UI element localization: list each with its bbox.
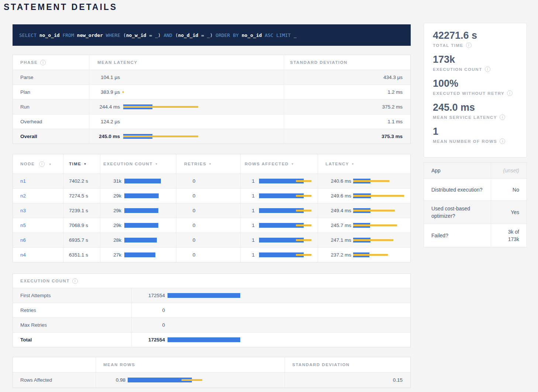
attribute-row-app: App (unset): [424, 163, 527, 178]
exec-row-label: First Attempts: [13, 293, 131, 298]
std-dev-tick: [123, 91, 124, 93]
table-row: Rows Affected 0.98 0.15: [13, 372, 410, 388]
latency-bar: [353, 193, 410, 198]
node-table-row: n17402.2 s31k01240.6 ms: [13, 173, 410, 188]
mean-rows-bar: [128, 378, 284, 382]
node-link[interactable]: n2: [20, 193, 26, 199]
mean-latency-value: 124.2 µs: [89, 119, 120, 124]
attribute-value: Yes: [491, 201, 527, 224]
node-link[interactable]: n5: [20, 223, 26, 228]
attribute-value: No: [491, 179, 527, 200]
rows-affected-bar: [259, 238, 318, 243]
table-row: Max Retries 0: [13, 317, 410, 332]
phase-label: Run: [13, 104, 89, 110]
node-time-value: 6351.1 s: [63, 248, 100, 262]
attribute-row-optimizer: Used cost-based optimizer? Yes: [424, 200, 527, 224]
node-latency-value: 247.1 ms: [318, 237, 351, 243]
std-dev-bar: [353, 180, 389, 182]
info-icon[interactable]: i: [485, 66, 490, 72]
node-latency-value: 240.6 ms: [318, 178, 351, 184]
exec-row-value: 172554: [132, 293, 165, 298]
table-row: Parse 104.1 µs 434.3 µs: [13, 70, 410, 85]
retries-header-label: RETRIES: [184, 162, 206, 166]
node-time-value: 7239.1 s: [63, 203, 100, 218]
statement-attributes-card: App (unset) Distributed execution? No Us…: [424, 162, 527, 247]
std-dev-value: 434.3 µs: [284, 70, 410, 85]
attribute-label: Distributed execution?: [424, 179, 491, 200]
attribute-label: App: [424, 163, 491, 178]
latency-bar: [353, 238, 410, 243]
count-bar: [168, 293, 410, 298]
mean-latency-column-header: MEAN LATENCY: [89, 55, 284, 70]
exec-count-bar: [124, 179, 176, 183]
sql-identifier: no_d_id: [178, 32, 199, 38]
sql-keyword: ASC LIMIT: [265, 32, 290, 38]
sql-text: [262, 32, 265, 38]
rows-affected-table: MEAN ROWS STANDARD DEVIATION Rows Affect…: [13, 357, 411, 388]
exec-count-column-header[interactable]: EXECUTION COUNT ▼: [100, 154, 176, 173]
stat-value: 173k: [433, 53, 518, 66]
node-column-header[interactable]: NODE i ▼: [13, 161, 63, 167]
mean-latency-value: 244.4 ms: [89, 104, 120, 110]
node-rows-affected-value: 1: [241, 208, 255, 213]
count-bar-fill: [124, 193, 159, 198]
sql-keyword: AND: [163, 32, 172, 38]
statement-details-page: STATEMENT DETAILS SELECT no_o_id FROM ne…: [0, 0, 538, 392]
exec-row-value: 172554: [132, 337, 165, 343]
sql-statement: SELECT no_o_id FROM new_order WHERE (no_…: [13, 24, 411, 46]
stat-label: EXECUTION COUNT: [433, 67, 482, 72]
node-table-header: NODE i ▼ TIME ▼ EXECUTION COUNT ▼ RETRIE…: [13, 154, 410, 173]
node-link[interactable]: n3: [20, 208, 26, 213]
node-link[interactable]: n4: [20, 252, 26, 258]
node-retries-value: 0: [176, 174, 240, 188]
rows-affected-column-header[interactable]: ROWS AFFECTED ▼: [240, 154, 318, 173]
sql-identifier: new_order: [77, 32, 103, 38]
rows-affected-bar: [259, 179, 318, 183]
exec-row-label: Retries: [13, 307, 131, 313]
rows-affected-header-label: ROWS AFFECTED: [245, 162, 289, 166]
stat-label: EXECUTED WITHOUT RETRY: [433, 91, 504, 96]
phase-label: Overall: [13, 134, 89, 139]
info-icon[interactable]: i: [466, 42, 472, 48]
node-link[interactable]: n1: [20, 178, 26, 184]
node-table-row: n46351.1 s27k01237.2 ms: [13, 247, 410, 262]
info-icon[interactable]: i: [507, 90, 513, 96]
info-icon[interactable]: i: [39, 161, 45, 167]
sort-arrow-icon: ▼: [49, 163, 52, 166]
latency-column-header[interactable]: LATENCY ▼: [318, 154, 410, 173]
exec-row-label: Total: [13, 337, 131, 343]
node-retries-value: 0: [176, 248, 240, 262]
exec-count-bar: [124, 252, 176, 257]
attribute-label: Used cost-based optimizer?: [424, 201, 491, 224]
node-exec-count-value: 29k: [100, 223, 121, 228]
node-rows-affected-value: 1: [241, 252, 255, 258]
node-link[interactable]: n6: [20, 237, 26, 243]
sql-identifier: no_w_id: [126, 32, 146, 38]
latency-bar: [123, 134, 284, 139]
std-dev-value: 1.1 ms: [284, 114, 410, 129]
info-icon[interactable]: i: [500, 138, 505, 144]
main-content: SELECT no_o_id FROM new_order WHERE (no_…: [13, 24, 411, 388]
mean-latency-value: 104.1 µs: [89, 75, 120, 80]
time-column-header[interactable]: TIME ▼: [63, 154, 100, 173]
node-retries-value: 0: [176, 233, 240, 247]
execution-count-table: EXECUTION COUNT i First Attempts 172554 …: [13, 274, 411, 347]
rows-affected-label: Rows Affected: [13, 377, 96, 383]
latency-bar: [123, 104, 284, 109]
sql-text: _: [291, 32, 297, 38]
std-dev-value: 375.3 ms: [284, 129, 410, 144]
table-row-total: Total 172554: [13, 332, 410, 347]
phase-column-header: PHASE i: [13, 60, 89, 65]
sort-arrow-icon: ▼: [208, 162, 212, 166]
info-icon[interactable]: i: [40, 60, 46, 65]
sql-text: = _): [198, 32, 215, 38]
count-bar: [168, 337, 410, 342]
sql-identifier: no_o_id: [39, 32, 60, 38]
info-icon[interactable]: i: [72, 278, 78, 284]
sql-keyword: SELECT: [19, 32, 37, 38]
count-bar-fill: [124, 252, 155, 257]
node-time-value: 7068.9 s: [63, 218, 100, 233]
info-icon[interactable]: i: [500, 114, 505, 120]
retries-column-header[interactable]: RETRIES ▼: [176, 154, 240, 173]
sql-text: [74, 32, 77, 38]
